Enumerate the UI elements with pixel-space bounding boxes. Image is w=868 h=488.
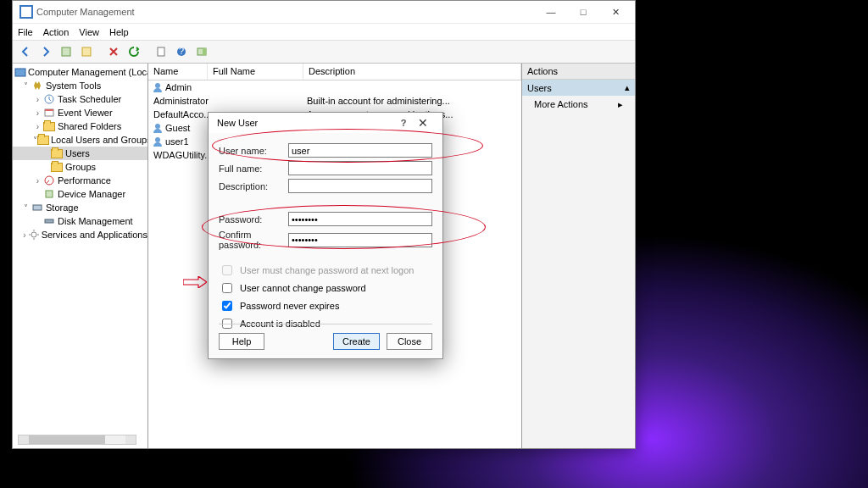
tree-users[interactable]: Users xyxy=(13,147,147,160)
list-header[interactable]: Name Full Name Description xyxy=(148,64,521,80)
svg-rect-6 xyxy=(203,48,206,55)
svg-point-19 xyxy=(155,124,160,129)
minimize-button[interactable]: — xyxy=(535,1,567,23)
svg-rect-10 xyxy=(45,109,53,111)
user-icon xyxy=(152,122,164,134)
chk-never-expires[interactable]: Password never expires xyxy=(219,298,432,313)
svg-rect-12 xyxy=(46,191,53,197)
fullname-input[interactable] xyxy=(288,161,432,175)
actions-header: Actions xyxy=(522,64,635,80)
tree-horizontal-scrollbar[interactable] xyxy=(18,435,136,445)
tree-root[interactable]: Computer Management (Local xyxy=(13,65,147,79)
svg-rect-1 xyxy=(82,47,91,56)
actions-pane: Actions Users▴ More Actions▸ xyxy=(522,64,635,448)
menubar: File Action View Help xyxy=(13,23,635,40)
dialog-title: New User xyxy=(217,118,395,128)
actions-more[interactable]: More Actions▸ xyxy=(522,96,635,114)
fullname-label: Full name: xyxy=(219,164,288,174)
menu-view[interactable]: View xyxy=(79,27,99,37)
panel-button[interactable] xyxy=(192,42,211,61)
svg-rect-0 xyxy=(62,47,70,56)
new-user-dialog: New User ? ✕ User name: Full name: Descr… xyxy=(208,112,443,359)
svg-point-16 xyxy=(155,83,160,88)
tree-system-tools[interactable]: ˅System Tools xyxy=(13,79,147,92)
toolbar: ? xyxy=(13,40,635,64)
svg-rect-13 xyxy=(33,205,42,210)
chevron-right-icon: ▸ xyxy=(618,99,623,110)
col-fullname[interactable]: Full Name xyxy=(208,64,303,80)
tree-groups[interactable]: Groups xyxy=(13,160,147,174)
actions-group-users[interactable]: Users▴ xyxy=(522,80,635,96)
col-name[interactable]: Name xyxy=(148,64,208,80)
username-label: User name: xyxy=(219,146,288,156)
description-label: Description: xyxy=(219,181,288,191)
col-description[interactable]: Description xyxy=(303,64,521,80)
svg-rect-14 xyxy=(45,219,53,223)
svg-rect-7 xyxy=(15,69,25,76)
back-button[interactable] xyxy=(16,42,35,61)
dialog-help-button[interactable]: ? xyxy=(395,118,412,128)
nav-tree[interactable]: Computer Management (Local ˅System Tools… xyxy=(13,64,148,448)
menu-action[interactable]: Action xyxy=(43,27,70,37)
list-row[interactable]: Admin xyxy=(148,80,521,94)
chk-cannot-change[interactable]: User cannot change password xyxy=(219,280,432,296)
password-label: Password: xyxy=(219,214,288,225)
tree-local-users-groups[interactable]: ˅Local Users and Groups xyxy=(13,133,147,147)
user-icon xyxy=(152,81,164,93)
tree-performance[interactable]: ›Performance xyxy=(13,174,147,187)
delete-button[interactable] xyxy=(104,42,123,61)
dialog-close-button[interactable]: ✕ xyxy=(412,116,434,130)
svg-point-20 xyxy=(155,137,160,142)
username-input[interactable] xyxy=(288,143,432,158)
password-input[interactable] xyxy=(288,212,432,226)
svg-text:?: ? xyxy=(179,46,184,56)
export-button[interactable] xyxy=(152,42,170,61)
help-button[interactable]: ? xyxy=(172,42,191,61)
tree-storage[interactable]: ˅Storage xyxy=(13,201,147,214)
user-icon xyxy=(152,136,164,147)
tree-disk-management[interactable]: Disk Management xyxy=(13,214,147,228)
forward-button[interactable] xyxy=(36,42,55,61)
tree-device-manager[interactable]: Device Manager xyxy=(13,187,147,201)
confirm-password-label: Confirm password: xyxy=(219,230,288,250)
close-button-dialog[interactable]: Close xyxy=(387,333,432,350)
window-title: Computer Management xyxy=(36,7,535,17)
app-icon xyxy=(19,5,33,19)
tree-task-scheduler[interactable]: ›Task Scheduler xyxy=(13,92,147,106)
dialog-titlebar[interactable]: New User ? ✕ xyxy=(209,113,442,133)
svg-rect-2 xyxy=(158,47,164,56)
menu-file[interactable]: File xyxy=(18,27,33,37)
chk-must-change: User must change password at next logon xyxy=(219,263,432,278)
tree-services-apps[interactable]: ›Services and Applications xyxy=(13,228,147,241)
help-button[interactable]: Help xyxy=(219,333,264,350)
close-button[interactable]: ✕ xyxy=(599,1,632,23)
confirm-password-input[interactable] xyxy=(288,233,432,247)
tree-event-viewer[interactable]: ›Event Viewer xyxy=(13,106,147,119)
collapse-icon: ▴ xyxy=(625,82,630,93)
list-row[interactable]: AdministratorBuilt-in account for admini… xyxy=(148,94,521,108)
refresh-button[interactable] xyxy=(125,42,143,61)
up-button[interactable] xyxy=(57,42,75,61)
titlebar[interactable]: Computer Management — □ ✕ xyxy=(13,1,635,23)
tree-shared-folders[interactable]: ›Shared Folders xyxy=(13,119,147,133)
create-button[interactable]: Create xyxy=(333,333,380,350)
svg-point-15 xyxy=(31,232,36,237)
description-input[interactable] xyxy=(288,179,432,193)
properties-button[interactable] xyxy=(77,42,96,61)
maximize-button[interactable]: □ xyxy=(567,1,599,23)
menu-help[interactable]: Help xyxy=(109,27,129,37)
